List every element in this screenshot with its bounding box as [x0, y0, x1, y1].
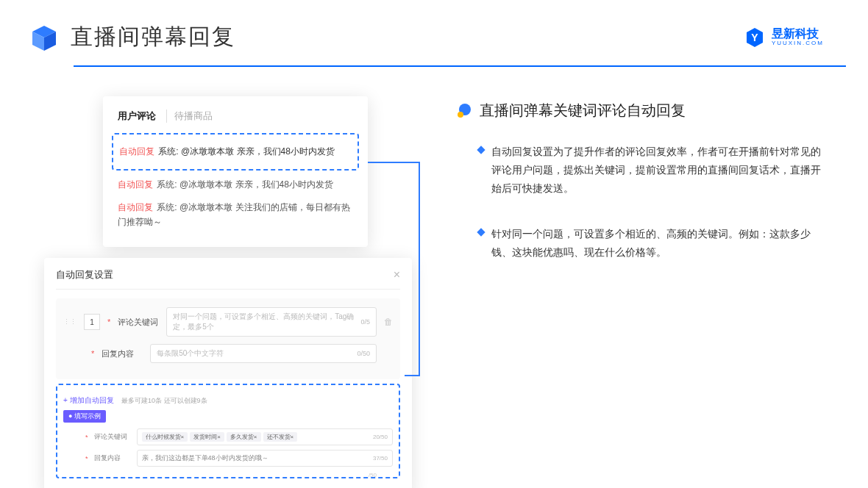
- settings-card: 自动回复设置 × ⋮⋮ 1 * 评论关键词 对同一个问题，可设置多个相近、高频的…: [44, 258, 412, 488]
- diamond-icon: [477, 146, 485, 154]
- auto-reply-tag: 自动回复: [118, 202, 153, 212]
- add-note: 最多可建10条 还可以创建9条: [121, 397, 207, 404]
- form-area: ⋮⋮ 1 * 评论关键词 对同一个问题，可设置多个相近、高频的关键词，Tag确定…: [56, 298, 400, 379]
- title-wrap: 直播间弹幕回复: [29, 22, 235, 52]
- keyword-tag[interactable]: 多久发货×: [227, 432, 261, 442]
- bullet-text: 自动回复设置为了提升作者的评论回复效率，作者可在开播前针对常见的评论用户问题，提…: [491, 143, 824, 198]
- example-keyword-label: 评论关键词: [94, 432, 131, 442]
- bullet-text: 针对同一个问题，可设置多个相近的、高频的关键词。例如：这款多少钱、这块能优惠吗、…: [491, 225, 824, 262]
- tab-user-comments[interactable]: 用户评论: [118, 110, 156, 123]
- reply-row: * 回复内容 每条限50个中文字符 0/50: [63, 344, 393, 363]
- delete-icon[interactable]: 🗑: [384, 317, 393, 327]
- comment-text: 系统: @冰墩墩本墩 亲亲，我们48小时内发货: [157, 179, 333, 190]
- auto-reply-tag: 自动回复: [118, 179, 153, 190]
- section-heading: 直播间弹幕关键词评论自动回复: [456, 101, 824, 121]
- stray-count: /50: [369, 472, 377, 478]
- add-auto-reply-link[interactable]: + 增加自动回复: [63, 396, 114, 404]
- example-keyword-count: 20/50: [373, 434, 388, 440]
- keyword-tag[interactable]: 发货时间×: [190, 432, 224, 442]
- example-reply-count: 37/50: [373, 455, 388, 462]
- example-reply-label: 回复内容: [94, 453, 131, 463]
- auto-reply-tag: 自动回复: [119, 146, 154, 157]
- brand-icon: Y: [744, 26, 766, 49]
- add-row: + 增加自动回复 最多可建10条 还可以创建9条: [63, 392, 393, 406]
- example-keyword-row: * 评论关键词 什么时候发货× 发货时间× 多久发货× 还不发货× 20/50: [63, 428, 393, 445]
- keyword-tag[interactable]: 什么时候发货×: [142, 432, 188, 442]
- keyword-label: 评论关键词: [118, 317, 159, 328]
- required-icon: *: [85, 455, 88, 462]
- body: 用户评论 待播商品 自动回复 系统: @冰墩墩本墩 亲亲，我们48小时内发货 自…: [0, 67, 868, 442]
- svg-text:Y: Y: [751, 32, 758, 43]
- index-box: 1: [84, 314, 100, 330]
- example-reply-text: 亲，我们这边都是下单48小时内发货的哦～: [142, 453, 268, 463]
- required-icon: *: [85, 434, 88, 441]
- brand-text-wrap: 昱新科技 YUUXIN.COM: [772, 28, 824, 46]
- screenshot-stack: 用户评论 待播商品 自动回复 系统: @冰墩墩本墩 亲亲，我们48小时内发货 自…: [44, 96, 412, 442]
- brand-logo: Y 昱新科技 YUUXIN.COM: [744, 26, 824, 49]
- section-title: 直播间弹幕关键词评论自动回复: [480, 101, 686, 121]
- required-icon: *: [91, 349, 94, 358]
- tag-list: 什么时候发货× 发货时间× 多久发货× 还不发货×: [142, 432, 298, 442]
- reply-count: 0/50: [357, 350, 370, 357]
- reply-label: 回复内容: [102, 348, 143, 359]
- bullet-item: 针对同一个问题，可设置多个相近的、高频的关键词。例如：这款多少钱、这块能优惠吗、…: [478, 225, 824, 262]
- example-badge: ● 填写示例: [63, 410, 106, 423]
- settings-title: 自动回复设置: [56, 268, 113, 281]
- comment-tabs: 用户评论 待播商品: [118, 110, 353, 123]
- highlighted-comment: 自动回复 系统: @冰墩墩本墩 亲亲，我们48小时内发货: [112, 133, 359, 171]
- comment-row: 自动回复 系统: @冰墩墩本墩 亲亲，我们48小时内发货: [118, 173, 353, 196]
- settings-header: 自动回复设置 ×: [56, 268, 400, 290]
- reply-input[interactable]: 每条限50个中文字符 0/50: [150, 344, 377, 363]
- example-reply-input[interactable]: 亲，我们这边都是下单48小时内发货的哦～ 37/50: [137, 450, 393, 467]
- keyword-tag[interactable]: 还不发货×: [263, 432, 298, 442]
- keyword-row: ⋮⋮ 1 * 评论关键词 对同一个问题，可设置多个相近、高频的关键词，Tag确定…: [63, 307, 393, 337]
- comment-row: 自动回复 系统: @冰墩墩本墩 关注我们的店铺，每日都有热门推荐呦～: [118, 196, 353, 233]
- drag-handle-icon[interactable]: ⋮⋮: [63, 320, 77, 324]
- page-title: 直播间弹幕回复: [71, 22, 235, 52]
- example-keyword-input[interactable]: 什么时候发货× 发货时间× 多久发货× 还不发货× 20/50: [137, 428, 393, 445]
- page-header: 直播间弹幕回复 Y 昱新科技 YUUXIN.COM: [0, 0, 868, 52]
- bubble-icon: [456, 103, 472, 119]
- tab-pending-goods[interactable]: 待播商品: [166, 110, 213, 123]
- diamond-icon: [477, 228, 485, 236]
- example-reply-row: * 回复内容 亲，我们这边都是下单48小时内发货的哦～ 37/50: [63, 450, 393, 467]
- description-column: 直播间弹幕关键词评论自动回复 自动回复设置为了提升作者的评论回复效率，作者可在开…: [456, 96, 824, 442]
- comments-card: 用户评论 待播商品 自动回复 系统: @冰墩墩本墩 亲亲，我们48小时内发货 自…: [103, 96, 368, 247]
- required-icon: *: [107, 317, 110, 326]
- keyword-count: 0/5: [360, 318, 370, 326]
- close-icon[interactable]: ×: [394, 268, 400, 281]
- comment-row: 自动回复 系统: @冰墩墩本墩 亲亲，我们48小时内发货: [119, 140, 352, 163]
- brand-name: 昱新科技: [772, 28, 824, 40]
- cube-icon: [29, 23, 59, 52]
- reply-placeholder: 每条限50个中文字符: [157, 348, 224, 359]
- keyword-placeholder: 对同一个问题，可设置多个相近、高频的关键词，Tag确定，最多5个: [173, 312, 360, 332]
- svg-point-5: [458, 112, 463, 118]
- comment-text: 系统: @冰墩墩本墩 亲亲，我们48小时内发货: [158, 146, 335, 157]
- keyword-input[interactable]: 对同一个问题，可设置多个相近、高频的关键词，Tag确定，最多5个 0/5: [166, 307, 377, 337]
- brand-subtitle: YUUXIN.COM: [772, 40, 824, 46]
- example-block: + 增加自动回复 最多可建10条 还可以创建9条 ● 填写示例 * 评论关键词 …: [56, 384, 400, 478]
- bullet-item: 自动回复设置为了提升作者的评论回复效率，作者可在开播前针对常见的评论用户问题，提…: [478, 143, 824, 198]
